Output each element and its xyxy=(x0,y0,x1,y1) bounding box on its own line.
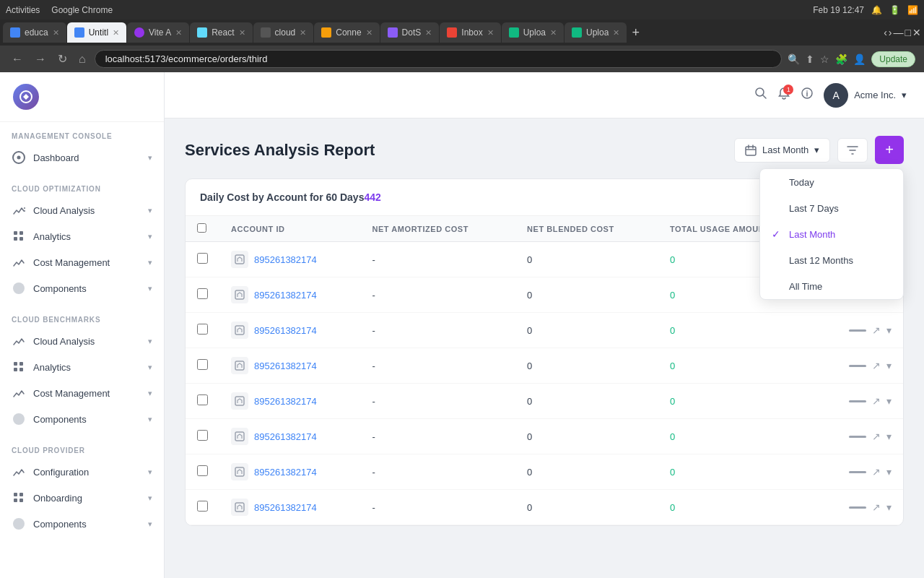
row-checkbox[interactable] xyxy=(197,394,208,405)
browser-name-label[interactable]: Google Chrome xyxy=(51,5,113,15)
sidebar-item-cost-management-opt[interactable]: Cost Management ▾ xyxy=(0,249,164,275)
tab-favicon xyxy=(509,27,519,38)
tab-cloud[interactable]: cloud ✕ xyxy=(253,22,314,43)
date-option-last-month[interactable]: ✓ Last Month xyxy=(760,221,903,247)
address-input[interactable] xyxy=(95,50,783,68)
section-cloud-optimization: CLOUD OPTIMIZATION Cloud Analysis ▾ xyxy=(0,175,164,306)
expand-row-button[interactable]: ▾ xyxy=(886,360,892,371)
tab-close-icon[interactable]: ✕ xyxy=(425,28,432,38)
account-id-value[interactable]: 895261382174 xyxy=(254,431,317,442)
row-checkbox[interactable] xyxy=(197,288,208,299)
tab-uploa1[interactable]: Uploa ✕ xyxy=(502,22,564,43)
notifications-button[interactable]: 1 xyxy=(777,87,790,103)
account-menu-button[interactable]: A Acme Inc. ▾ xyxy=(824,83,907,108)
sidebar-item-dashboard[interactable]: Dashboard ▾ xyxy=(0,144,164,171)
account-id-value[interactable]: 895261382174 xyxy=(254,325,317,336)
sidebar-item-configuration[interactable]: Configuration ▾ xyxy=(0,459,164,485)
sidebar-item-analytics-opt[interactable]: Analytics ▾ xyxy=(0,223,164,249)
minimize-button[interactable]: — xyxy=(894,27,904,38)
sidebar-item-components-opt[interactable]: Components ▾ xyxy=(0,275,164,301)
tab-close-icon[interactable]: ✕ xyxy=(487,28,494,38)
tab-close-icon[interactable]: ✕ xyxy=(175,28,182,38)
select-all-checkbox[interactable] xyxy=(197,223,206,233)
sidebar-item-left: Analytics xyxy=(12,229,71,243)
tab-scroll-left[interactable]: ‹ xyxy=(884,27,887,38)
tab-react[interactable]: React ✕ xyxy=(190,22,252,43)
tab-close-icon[interactable]: ✕ xyxy=(113,28,119,38)
home-button[interactable]: ⌂ xyxy=(76,51,89,67)
date-option-last7[interactable]: Last 7 Days xyxy=(760,195,903,221)
new-tab-button[interactable]: + xyxy=(627,25,644,40)
tab-close-icon[interactable]: ✕ xyxy=(366,28,372,38)
tab-dots[interactable]: DotS ✕ xyxy=(380,22,440,43)
reload-button[interactable]: ↻ xyxy=(55,51,70,67)
date-filter-button[interactable]: Last Month ▾ xyxy=(734,138,830,163)
activities-label[interactable]: Activities xyxy=(6,5,40,15)
share-row-button[interactable]: ↗ xyxy=(872,466,881,478)
info-button[interactable] xyxy=(801,87,814,103)
expand-row-button[interactable]: ▾ xyxy=(886,324,892,336)
tab-untitl[interactable]: Untitl ✕ xyxy=(67,22,126,43)
share-row-button[interactable]: ↗ xyxy=(872,360,881,371)
tab-inbox[interactable]: Inbox ✕ xyxy=(440,22,500,43)
row-checkbox[interactable] xyxy=(197,430,208,441)
expand-row-button[interactable]: ▾ xyxy=(886,501,892,513)
bookmark-icon[interactable]: ☆ xyxy=(820,53,829,65)
row-checkbox-cell xyxy=(186,242,219,277)
tab-vitea[interactable]: Vite A ✕ xyxy=(127,22,189,43)
row-checkbox[interactable] xyxy=(197,253,208,264)
tab-close-icon[interactable]: ✕ xyxy=(613,28,619,38)
page-content: Services Analysis Report Last Month ▾ To… xyxy=(165,118,924,543)
close-window-button[interactable]: ✕ xyxy=(912,27,921,38)
extensions-icon[interactable]: 🧩 xyxy=(835,53,847,65)
tab-scroll-right[interactable]: › xyxy=(889,27,892,38)
sidebar-item-cost-management-bench[interactable]: Cost Management ▾ xyxy=(0,380,164,406)
row-checkbox[interactable] xyxy=(197,359,208,370)
account-id-value[interactable]: 895261382174 xyxy=(254,290,317,301)
update-button[interactable]: Update xyxy=(871,51,915,67)
row-checkbox[interactable] xyxy=(197,501,208,512)
expand-row-button[interactable]: ▾ xyxy=(886,466,892,478)
search-button[interactable] xyxy=(754,87,767,103)
back-button[interactable]: ← xyxy=(9,51,26,67)
date-option-all-time[interactable]: All Time xyxy=(760,273,903,299)
profile-icon[interactable]: 👤 xyxy=(853,53,866,65)
sidebar-item-analytics-bench[interactable]: Analytics ▾ xyxy=(0,354,164,380)
sidebar-item-components-bench[interactable]: Components ▾ xyxy=(0,406,164,432)
account-id-value[interactable]: 895261382174 xyxy=(254,502,317,513)
row-checkbox[interactable] xyxy=(197,465,208,476)
date-option-last12[interactable]: Last 12 Months xyxy=(760,247,903,273)
tab-close-icon[interactable]: ✕ xyxy=(550,28,557,38)
sidebar-item-onboarding[interactable]: Onboarding ▾ xyxy=(0,485,164,511)
filter-button[interactable] xyxy=(837,138,868,163)
share-icon[interactable]: ⬆ xyxy=(806,53,814,65)
sidebar-item-cloud-analysis-opt[interactable]: Cloud Analysis ▾ xyxy=(0,197,164,223)
account-id-value[interactable]: 895261382174 xyxy=(254,254,317,265)
forward-button[interactable]: → xyxy=(32,51,49,67)
tab-conne[interactable]: Conne ✕ xyxy=(314,22,379,43)
share-row-button[interactable]: ↗ xyxy=(872,395,881,407)
tab-uploa2[interactable]: Uploa ✕ xyxy=(565,22,627,43)
share-row-button[interactable]: ↗ xyxy=(872,501,881,513)
search-icon[interactable]: 🔍 xyxy=(788,53,800,65)
share-row-button[interactable]: ↗ xyxy=(872,324,881,336)
date-option-today[interactable]: Today xyxy=(760,169,903,195)
account-id-value[interactable]: 895261382174 xyxy=(254,467,317,478)
svg-point-1 xyxy=(756,88,764,96)
account-id-value[interactable]: 895261382174 xyxy=(254,396,317,407)
tab-favicon xyxy=(572,27,582,38)
sidebar-item-components-provider[interactable]: Components ▾ xyxy=(0,511,164,537)
tab-educa[interactable]: educa ✕ xyxy=(3,22,66,43)
tab-close-icon[interactable]: ✕ xyxy=(53,28,59,38)
tab-close-icon[interactable]: ✕ xyxy=(300,28,306,38)
account-id-value[interactable]: 895261382174 xyxy=(254,361,317,371)
add-button[interactable]: + xyxy=(875,136,904,164)
tab-close-icon[interactable]: ✕ xyxy=(239,28,245,38)
expand-row-button[interactable]: ▾ xyxy=(886,395,892,407)
sidebar-item-cloud-analysis-bench[interactable]: Cloud Analysis ▾ xyxy=(0,328,164,354)
share-row-button[interactable]: ↗ xyxy=(872,431,881,442)
expand-row-button[interactable]: ▾ xyxy=(886,431,892,442)
date-option-label: Last 7 Days xyxy=(789,203,839,214)
row-checkbox[interactable] xyxy=(197,324,208,335)
maximize-button[interactable]: □ xyxy=(905,27,911,38)
